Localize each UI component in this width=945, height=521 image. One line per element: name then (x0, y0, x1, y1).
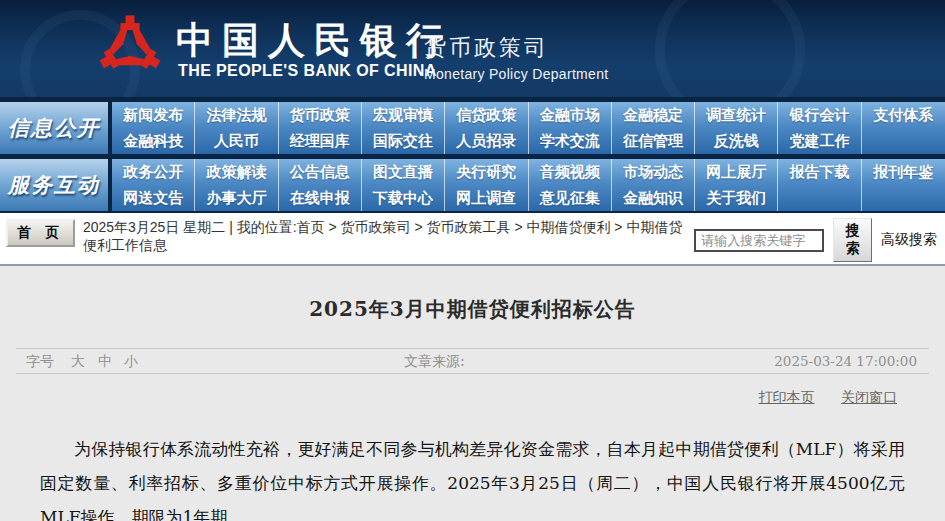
print-page-link[interactable]: 打印本页 (759, 389, 815, 405)
nav-item[interactable]: 宏观审慎 (362, 102, 445, 128)
nav-item[interactable]: 央行研究 (445, 159, 528, 185)
article-datetime: 2025-03-24 17:00:00 (774, 349, 917, 374)
nav-item[interactable]: 金融知识 (612, 185, 695, 211)
nav-item-empty (778, 185, 861, 211)
nav-section-service-interaction: 服务互动 政务公开 政策解读 公告信息 图文直播 央行研究 音频视频 市场动态 … (0, 159, 945, 211)
breadcrumb: 2025年3月25日 星期二 | 我的位置:首页 > 货币政策司 > 货币政策工… (83, 216, 694, 254)
bank-name-cn: 中国人民银行 (176, 16, 452, 66)
print-close-row-top: 打印本页 关闭窗口 (48, 389, 897, 407)
nav-item[interactable]: 人民币 (195, 128, 278, 154)
site-header: 中国人民银行 THE PEOPLE'S BANK OF CHINA 货币政策司 … (0, 0, 945, 97)
nav-item[interactable]: 关于我们 (695, 185, 778, 211)
bank-name-en: THE PEOPLE'S BANK OF CHINA (178, 62, 437, 80)
home-button[interactable]: 首 页 (6, 219, 75, 247)
nav-item[interactable]: 图文直播 (362, 159, 445, 185)
article-title: 2025年3月中期借贷便利招标公告 (0, 296, 945, 323)
nav-item[interactable]: 支付体系 (862, 102, 945, 128)
nav-item[interactable]: 在线申报 (279, 185, 362, 211)
department-name-cn: 货币政策司 (424, 33, 608, 63)
nav-item[interactable]: 金融市场 (529, 102, 612, 128)
nav-item[interactable]: 征信管理 (612, 128, 695, 154)
article-meta-bar: 字号 大 中 小 文章来源: 2025-03-24 17:00:00 (16, 348, 929, 374)
nav-item[interactable]: 货币政策 (279, 102, 362, 128)
pboc-logo-icon (98, 12, 162, 84)
nav-menu-grid: 新闻发布 法律法规 货币政策 宏观审慎 信贷政策 金融市场 金融稳定 调查统计 … (112, 102, 945, 154)
nav-item[interactable]: 网送文告 (112, 185, 195, 211)
nav-item[interactable]: 市场动态 (612, 159, 695, 185)
department-name-en: Monetary Policy Department (424, 66, 608, 82)
nav-menu-grid: 政务公开 政策解读 公告信息 图文直播 央行研究 音频视频 市场动态 网上展厅 … (112, 159, 945, 211)
content-divider (0, 264, 945, 266)
nav-item[interactable]: 办事大厅 (195, 185, 278, 211)
search-area: 搜索 高级搜索 (694, 216, 937, 262)
advanced-search-link[interactable]: 高级搜索 (881, 231, 937, 249)
nav-item[interactable]: 报告下载 (778, 159, 861, 185)
nav-item[interactable]: 网上展厅 (695, 159, 778, 185)
nav-item[interactable]: 党建工作 (778, 128, 861, 154)
nav-item[interactable]: 下载中心 (362, 185, 445, 211)
close-window-link[interactable]: 关闭窗口 (841, 389, 897, 405)
nav-item[interactable]: 金融稳定 (612, 102, 695, 128)
search-input[interactable] (694, 229, 824, 252)
nav-item[interactable]: 学术交流 (529, 128, 612, 154)
nav-section-info-disclosure: 信息公开 新闻发布 法律法规 货币政策 宏观审慎 信贷政策 金融市场 金融稳定 … (0, 102, 945, 154)
breadcrumb-divider: | (229, 219, 233, 235)
font-size-small[interactable]: 小 (124, 349, 138, 374)
department-title: 货币政策司 Monetary Policy Department (424, 33, 608, 82)
watermark-coin (655, 0, 805, 97)
nav-item[interactable]: 音频视频 (529, 159, 612, 185)
nav-section-label: 服务互动 (0, 159, 112, 211)
nav-item[interactable]: 信贷政策 (445, 102, 528, 128)
nav-item[interactable]: 国际交往 (362, 128, 445, 154)
nav-item[interactable]: 政策解读 (195, 159, 278, 185)
font-size-large[interactable]: 大 (71, 349, 85, 374)
nav-item[interactable]: 网上调查 (445, 185, 528, 211)
article-body: 为保持银行体系流动性充裕，更好满足不同参与机构差异化资金需求，自本月起中期借贷便… (40, 432, 905, 521)
article-source-label: 文章来源: (404, 349, 465, 374)
nav-item[interactable]: 公告信息 (279, 159, 362, 185)
article: 2025年3月中期借贷便利招标公告 字号 大 中 小 文章来源: 2025-03… (0, 296, 945, 521)
nav-item[interactable]: 报刊年鉴 (862, 159, 945, 185)
nav-item-empty (862, 185, 945, 211)
nav-item[interactable]: 意见征集 (529, 185, 612, 211)
nav-item[interactable]: 经理国库 (279, 128, 362, 154)
nav-item[interactable]: 调查统计 (695, 102, 778, 128)
nav-item[interactable]: 金融科技 (112, 128, 195, 154)
nav-item[interactable]: 反洗钱 (695, 128, 778, 154)
font-size-medium[interactable]: 中 (98, 349, 112, 374)
nav-section-label: 信息公开 (0, 102, 112, 154)
nav-item[interactable]: 人员招录 (445, 128, 528, 154)
current-date: 2025年3月25日 星期二 (83, 219, 225, 235)
nav-item-empty (862, 128, 945, 154)
font-size-label: 字号 (26, 349, 54, 374)
page: 中国人民银行 THE PEOPLE'S BANK OF CHINA 货币政策司 … (0, 0, 945, 521)
breadcrumb-bar: 首 页 2025年3月25日 星期二 | 我的位置:首页 > 货币政策司 > 货… (0, 213, 945, 264)
nav-item[interactable]: 银行会计 (778, 102, 861, 128)
nav-item[interactable]: 政务公开 (112, 159, 195, 185)
nav-item[interactable]: 新闻发布 (112, 102, 195, 128)
search-button[interactable]: 搜索 (833, 218, 872, 262)
nav-item[interactable]: 法律法规 (195, 102, 278, 128)
